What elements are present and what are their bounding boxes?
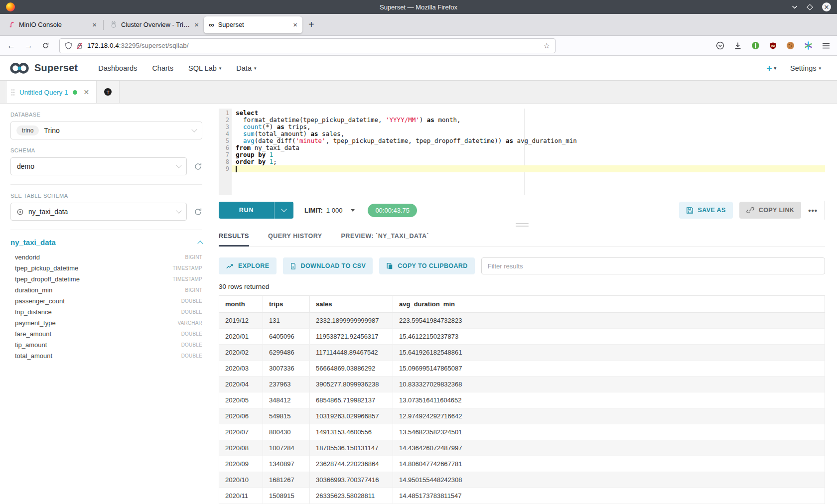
chevron-down-icon[interactable] [351, 209, 355, 212]
code-line[interactable]: select [232, 110, 825, 117]
table-row[interactable]: 2020/026299486117114448.8946754215.64192… [219, 345, 825, 361]
code-line[interactable]: from ny_taxi_data [232, 144, 825, 151]
schema-column-row[interactable]: fare_amount DOUBLE [10, 328, 202, 339]
code-line[interactable] [232, 165, 825, 172]
schema-column-row[interactable]: vendorid BIGINT [10, 252, 202, 262]
filter-results-input[interactable] [481, 257, 825, 274]
run-button[interactable]: RUN [219, 202, 293, 219]
table-row[interactable]: 2020/016405096119538721.9245631715.46122… [219, 329, 825, 345]
privacy-badger-icon[interactable] [751, 41, 760, 50]
code-token [266, 158, 270, 165]
more-options-button[interactable]: ••• [808, 206, 818, 215]
table-row[interactable]: 2020/042379633905277.809993623810.833327… [219, 377, 825, 392]
pane-resize-grip[interactable] [516, 223, 529, 227]
schema-column-row[interactable]: trip_distance DOUBLE [10, 306, 202, 317]
pocket-icon[interactable] [716, 41, 724, 50]
reload-button[interactable] [42, 42, 49, 49]
run-label[interactable]: RUN [219, 202, 275, 219]
database-select[interactable]: trino Trino [10, 122, 202, 139]
table-row[interactable]: 2020/0780043014913153.460055613.54682358… [219, 424, 825, 440]
ublock-icon[interactable]: UO [769, 42, 777, 50]
schema-column-row[interactable]: total_amount DOUBLE [10, 350, 202, 361]
code-line[interactable]: group by 1 [232, 151, 825, 158]
code-lines[interactable]: select format_datetime(tpep_pickup_datet… [232, 110, 825, 172]
refresh-schemas-icon[interactable] [194, 162, 202, 171]
table-row[interactable]: 2020/053484126854865.71998213713.0735164… [219, 392, 825, 408]
code-line[interactable]: sum(total_amount) as sales, [232, 130, 825, 137]
explore-label: EXPLORE [238, 262, 270, 269]
tab-results[interactable]: RESULTS [219, 233, 249, 247]
nav-item-sqllab[interactable]: SQL Lab▾ [188, 64, 221, 72]
code-token: month, [434, 116, 461, 124]
code-line[interactable]: count(*) as trips, [232, 124, 825, 130]
column-header[interactable]: sales [310, 296, 393, 313]
back-button[interactable]: ← [7, 41, 15, 50]
table-schema-title[interactable]: ny_taxi_data [10, 238, 56, 247]
drag-grip-icon[interactable] [11, 89, 15, 96]
save-as-button[interactable]: SAVE AS [679, 202, 733, 219]
copy-clipboard-button[interactable]: COPY TO CLIPBOARD [379, 257, 474, 274]
refresh-tables-icon[interactable] [194, 208, 202, 216]
shield-icon[interactable] [65, 42, 72, 50]
window-minimize-button[interactable] [792, 4, 798, 9]
query-tab-untitled-1[interactable]: Untitled Query 1 ✕ [6, 81, 97, 103]
downloads-icon[interactable] [734, 42, 742, 50]
table-row[interactable]: 2019/121312332.1899999999987223.59541984… [219, 313, 825, 329]
code-line[interactable]: format_datetime(tpep_pickup_datetime, 'Y… [232, 117, 825, 124]
url-text[interactable]: 172.18.0.4:32295/superset/sqllab/ [87, 42, 188, 49]
browser-tab-minio[interactable]: MinIO Console × [3, 16, 102, 33]
menu-hamburger-icon[interactable] [822, 42, 830, 49]
sql-editor[interactable]: 123456789 select format_datetime(tpep_pi… [219, 109, 825, 195]
tab-close-icon[interactable]: × [293, 20, 297, 29]
asterisk-extension-icon[interactable] [804, 41, 813, 50]
schema-column-row[interactable]: tpep_dropoff_datetime TIMESTAMP [10, 273, 202, 284]
nav-item-data[interactable]: Data▾ [236, 64, 256, 72]
browser-tab-trino[interactable]: Cluster Overview - Trino × [105, 16, 204, 33]
nav-item-dashboards[interactable]: Dashboards [98, 64, 137, 72]
table-cell: 1340897 [263, 456, 310, 472]
new-item-button[interactable]: +▾ [766, 63, 776, 74]
table-row[interactable]: 2020/09134089723628744.22023686414.80604… [219, 456, 825, 472]
limit-control[interactable]: LIMIT: 1 000 [304, 207, 355, 214]
tab-preview-table[interactable]: PREVIEW: `NY_TAXI_DATA` [341, 233, 429, 246]
tab-close-icon[interactable]: × [92, 20, 97, 29]
code-line[interactable]: avg(date_diff('minute', tpep_pickup_date… [232, 137, 825, 144]
nav-item-charts[interactable]: Charts [152, 64, 173, 72]
window-maximize-button[interactable] [807, 4, 813, 10]
schema-column-row[interactable]: duration_min BIGINT [10, 284, 202, 295]
table-select[interactable]: ny_taxi_data [10, 203, 187, 221]
table-row[interactable]: 2020/11150891526335623.5802881114.485173… [219, 488, 825, 504]
column-header[interactable]: trips [263, 296, 310, 313]
code-line[interactable]: order by 1; [232, 158, 825, 165]
url-bar[interactable]: 172.18.0.4:32295/superset/sqllab/ ☆ [59, 38, 556, 53]
download-csv-button[interactable]: DOWNLOAD TO CSV [283, 257, 373, 274]
table-row[interactable]: 2020/10168126730366993.70037741614.95015… [219, 472, 825, 488]
query-tab-close-icon[interactable]: ✕ [84, 88, 90, 96]
tab-close-icon[interactable]: × [194, 20, 199, 29]
bookmark-star-icon[interactable]: ☆ [544, 41, 550, 50]
add-query-tab-button[interactable]: + [97, 81, 120, 103]
superset-brand[interactable]: Superset [9, 61, 78, 75]
schema-column-row[interactable]: payment_type VARCHAR [10, 317, 202, 328]
schema-column-row[interactable]: passenger_count DOUBLE [10, 295, 202, 306]
schema-column-row[interactable]: tpep_pickup_datetime TIMESTAMP [10, 262, 202, 273]
table-row[interactable]: 2020/03300733656664869.0388629215.096995… [219, 361, 825, 377]
run-options-button[interactable] [275, 202, 293, 219]
collapse-chevron-icon[interactable] [197, 241, 203, 246]
column-header[interactable]: avg_duration_min [393, 296, 825, 313]
schema-column-row[interactable]: tip_amount DOUBLE [10, 339, 202, 350]
tab-query-history[interactable]: QUERY HISTORY [268, 233, 322, 246]
new-tab-button[interactable]: + [308, 19, 314, 30]
forward-button[interactable]: → [24, 41, 33, 50]
copy-link-button[interactable]: COPY LINK [739, 202, 801, 219]
window-close-button[interactable]: ✕ [822, 2, 831, 11]
explore-button[interactable]: EXPLORE [219, 257, 277, 274]
table-row[interactable]: 2020/0654981510319263.02996685712.974924… [219, 408, 825, 424]
settings-menu[interactable]: Settings▾ [790, 64, 821, 72]
browser-tab-superset[interactable]: ∞ Superset × [204, 16, 302, 33]
insecure-lock-icon[interactable] [76, 42, 83, 50]
column-header[interactable]: month [219, 296, 263, 313]
cookie-extension-icon[interactable] [786, 41, 795, 50]
table-row[interactable]: 2020/08100728418705536.15013114714.43642… [219, 440, 825, 456]
schema-select[interactable]: demo [10, 157, 187, 175]
